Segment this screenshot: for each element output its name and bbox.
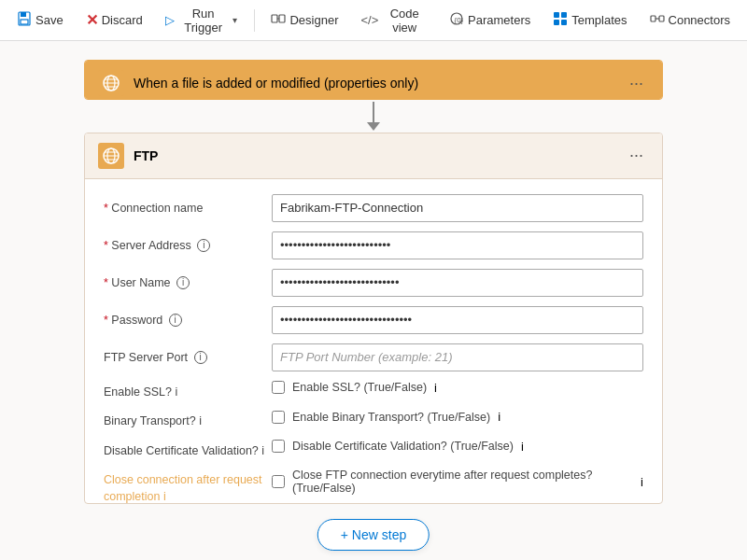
run-icon: ▷ [165,13,175,27]
enable-ssl-checkbox[interactable] [272,381,285,394]
password-info-icon[interactable]: i [169,314,182,327]
save-label: Save [35,13,63,27]
code-view-label: Code view [382,7,427,35]
run-trigger-label: Run Trigger [178,7,229,35]
ftp-title: FTP [134,148,614,163]
connection-name-row: * Connection name [104,194,643,222]
disable-cert-checkbox[interactable] [272,440,285,453]
disable-cert-label: Disable Certificate Validation? i [104,440,272,460]
code-icon: </> [360,13,378,27]
trigger-ellipsis-button[interactable]: ··· [624,72,649,95]
parameters-button[interactable]: {0} Parameters [440,7,540,34]
connectors-icon [650,11,665,29]
binary-transport-checkbox-info-icon[interactable]: i [498,410,500,424]
enable-ssl-label: Enable SSL? i [104,381,272,401]
ftp-icon [98,143,124,169]
designer-icon [271,11,286,29]
disable-cert-checkbox-label[interactable]: Disable Certificate Validation? (True/Fa… [292,440,514,453]
save-icon [17,11,32,29]
ftp-port-input[interactable] [272,343,643,371]
connectors-button[interactable]: Connectors [641,7,740,34]
save-button[interactable]: Save [7,7,73,34]
binary-transport-label: Binary Transport? i [104,410,272,430]
ftp-port-label: FTP Server Port i [104,343,272,367]
discard-icon: ✕ [86,11,98,29]
designer-button[interactable]: Designer [261,7,347,34]
discard-button[interactable]: ✕ Discard [77,7,152,34]
close-conn-row: Close connection after request completio… [104,469,643,504]
designer-label: Designer [289,13,338,27]
templates-label: Templates [571,13,627,27]
ftp-header: FTP ··· [85,133,662,179]
svg-rect-10 [554,20,559,25]
password-label: * Password i [104,306,272,329]
binary-transport-row: Binary Transport? i Enable Binary Transp… [104,410,643,430]
user-name-label: * User Name i [104,269,272,292]
ftp-ellipsis-button[interactable]: ··· [624,144,649,167]
server-address-input[interactable] [272,231,643,259]
binary-transport-checkbox-label[interactable]: Enable Binary Transport? (True/False) [292,411,490,424]
server-address-row: * Server Address i [104,231,643,259]
templates-icon [553,11,568,29]
svg-rect-13 [659,16,664,21]
arrow-head [367,122,380,131]
enable-ssl-checkbox-info-icon[interactable]: i [434,381,437,395]
disable-cert-row: Disable Certificate Validation? i Disabl… [104,440,643,460]
ftp-port-info-icon[interactable]: i [194,351,207,364]
svg-rect-11 [561,20,567,25]
svg-rect-2 [21,20,28,24]
new-step-button[interactable]: + New step [317,519,430,551]
connectors-label: Connectors [669,13,730,27]
separator-1 [254,9,255,32]
canvas: When a file is added or modified (proper… [0,41,747,560]
enable-ssl-checkbox-label[interactable]: Enable SSL? (True/False) [292,381,427,394]
trigger-block: When a file is added or modified (proper… [84,60,663,100]
ftp-form: * Connection name * Server Address i * U… [85,179,662,504]
svg-rect-1 [21,12,26,17]
binary-transport-info-icon[interactable]: i [199,414,202,427]
run-trigger-button[interactable]: ▷ Run Trigger ▾ [156,2,247,39]
svg-rect-3 [272,15,277,22]
trigger-header: When a file is added or modified (proper… [85,61,662,100]
svg-rect-9 [561,12,567,18]
connector-arrow [367,102,380,131]
svg-rect-4 [279,15,285,22]
parameters-icon: {0} [449,11,464,29]
disable-cert-checkbox-info-icon[interactable]: i [521,440,524,454]
server-address-info-icon[interactable]: i [197,239,210,252]
trigger-title: When a file is added or modified (proper… [134,76,614,91]
templates-button[interactable]: Templates [543,7,636,34]
enable-ssl-row: Enable SSL? i Enable SSL? (True/False) i [104,381,643,401]
code-view-button[interactable]: </> Code view [351,2,436,39]
parameters-label: Parameters [468,13,530,27]
user-name-row: * User Name i [104,269,643,297]
user-name-info-icon[interactable]: i [176,276,190,289]
svg-rect-12 [651,16,655,21]
password-row: * Password i [104,306,643,334]
toolbar: Save ✕ Discard ▷ Run Trigger ▾ Designer … [0,0,747,41]
new-step-container: + New step [317,519,430,551]
connection-name-label: * Connection name [104,194,272,217]
password-input[interactable] [272,306,643,334]
disable-cert-info-icon[interactable]: i [261,444,264,457]
server-address-label: * Server Address i [104,231,272,255]
close-conn-label: Close connection after request completio… [104,469,272,504]
discard-label: Discard [102,13,143,27]
connection-name-input[interactable] [272,194,643,222]
close-conn-checkbox[interactable] [272,475,285,488]
svg-rect-8 [554,12,559,18]
svg-text:{0}: {0} [455,16,464,24]
binary-transport-checkbox[interactable] [272,411,285,424]
user-name-input[interactable] [272,269,643,297]
arrow-line [373,102,374,122]
new-step-label: + New step [341,527,406,542]
ftp-block: FTP ··· * Connection name * Server Addre… [84,133,663,504]
close-conn-checkbox-info-icon[interactable]: i [641,475,643,489]
run-chevron-icon: ▾ [233,15,237,25]
close-conn-info-icon[interactable]: i [163,490,166,503]
ftp-port-row: FTP Server Port i [104,343,643,371]
trigger-icon [98,70,124,96]
close-conn-checkbox-label[interactable]: Close FTP connection everytime after req… [292,469,633,495]
enable-ssl-info-icon[interactable]: i [175,385,177,399]
